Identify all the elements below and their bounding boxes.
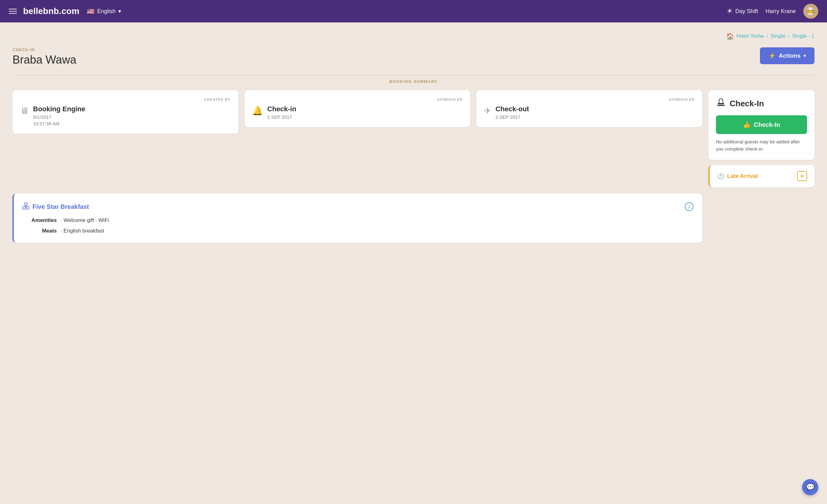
late-arrival-card: 🕐 Late Arrival + (709, 165, 815, 187)
menu-icon[interactable] (9, 9, 17, 14)
checkin-action-button[interactable]: 👍 Check-In (716, 115, 807, 134)
checkin-label: CHECK-IN (12, 47, 77, 52)
actions-label: Actions (779, 52, 800, 59)
breadcrumb-room-type[interactable]: Single (771, 33, 785, 39)
checkout-card: SCHEDULED ✈ Check-out 2 SEP 2017 (476, 90, 702, 127)
created-by-time: 10:37:39 AM (33, 121, 85, 126)
checkout-info: Check-out 2 SEP 2017 (495, 105, 529, 120)
amenities-grid: Amenities · Welcome gift · WiFi Meals · … (22, 217, 693, 234)
checkin-date: 1 SEP 2017 (267, 114, 296, 120)
checkin-scheduled-label: SCHEDULED (252, 98, 463, 101)
svg-rect-2 (25, 203, 27, 206)
svg-rect-0 (718, 103, 724, 104)
home-icon: 🏠 (726, 33, 734, 40)
main-content: 🏠 Hotel Yorba › Single › Single - 1 CHEC… (0, 22, 827, 253)
checkin-sidebar-card: Check-In 👍 Check-In No additional guests… (709, 90, 815, 160)
breadcrumb-sep2: › (788, 33, 790, 39)
airplane-icon: ✈ (484, 106, 491, 116)
sun-icon: ☀ (727, 7, 733, 15)
package-icon (22, 203, 29, 211)
meals-values: · English breakfast (60, 228, 104, 234)
booking-engine-title: Booking Engine (33, 105, 85, 113)
user-name: Harry Krane (766, 8, 796, 15)
thumbsup-icon: 👍 (743, 121, 750, 128)
content-grid: CREATED BY 🖥 Booking Engine 9/1/2017 10:… (12, 90, 815, 243)
checkout-date: 2 SEP 2017 (495, 114, 529, 120)
checkout-inner: ✈ Check-out 2 SEP 2017 (484, 105, 695, 120)
checkin-btn-label: Check-In (754, 121, 780, 128)
chevron-down-icon: ▾ (118, 8, 121, 15)
checkout-title: Check-out (495, 105, 529, 113)
shift-selector[interactable]: ☀ Day Shift (727, 7, 758, 15)
breadcrumb-room[interactable]: Single - 1 (792, 33, 815, 39)
breadcrumb-hotel[interactable]: Hotel Yorba (736, 33, 764, 39)
amenities-title: Five Star Breakfast (22, 203, 89, 211)
clock-icon: 🕐 (717, 173, 724, 179)
header: bellebnb.com 🇺🇸 English ▾ ☀ Day Shift Ha… (0, 0, 827, 22)
meals-row: Meals · English breakfast (22, 228, 693, 234)
page-header: CHECK-IN Braba Wawa ⚡ Actions ▾ (12, 47, 815, 66)
amenities-key: Amenities (22, 217, 57, 223)
header-right: ☀ Day Shift Harry Krane 👨‍🍳 (727, 4, 818, 19)
flag-icon: 🇺🇸 (87, 7, 95, 15)
guest-name: Braba Wawa (12, 53, 77, 66)
breadcrumb: 🏠 Hotel Yorba › Single › Single - 1 (12, 33, 815, 40)
created-by-info: Booking Engine 9/1/2017 10:37:39 AM (33, 105, 85, 126)
amenities-section: Five Star Breakfast i Amenities · Welcom… (12, 193, 702, 243)
language-selector[interactable]: 🇺🇸 English ▾ (87, 7, 121, 15)
svg-rect-4 (27, 207, 29, 209)
chat-button[interactable]: 💬 (802, 479, 818, 495)
bell-icon: 🔔 (252, 106, 263, 116)
created-by-date: 9/1/2017 (33, 114, 85, 120)
checkin-sidebar-title: Check-In (730, 99, 764, 108)
package-name[interactable]: Five Star Breakfast (33, 203, 89, 210)
guest-info: CHECK-IN Braba Wawa (12, 47, 77, 66)
meals-key: Meals (22, 228, 57, 234)
sidebar: Check-In 👍 Check-In No additional guests… (709, 90, 815, 187)
language-label: English (97, 8, 115, 15)
actions-button[interactable]: ⚡ Actions ▾ (760, 47, 815, 64)
created-by-card: CREATED BY 🖥 Booking Engine 9/1/2017 10:… (12, 90, 238, 134)
breadcrumb-sep1: › (767, 33, 768, 39)
checkin-sidebar-header: Check-In (716, 98, 807, 110)
amenities-row: Amenities · Welcome gift · WiFi (22, 217, 693, 223)
checkin-info: Check-in 1 SEP 2017 (267, 105, 296, 120)
created-by-label: CREATED BY (20, 98, 231, 101)
amenities-card: Five Star Breakfast i Amenities · Welcom… (12, 193, 702, 243)
amenities-header: Five Star Breakfast i (22, 202, 693, 211)
checkin-note: No additional guests may be added after … (716, 138, 807, 153)
dropdown-arrow-icon: ▾ (804, 53, 806, 58)
shift-label: Day Shift (735, 8, 758, 15)
info-icon[interactable]: i (685, 202, 693, 211)
svg-rect-1 (717, 105, 725, 106)
booking-summary-label: BOOKING SUMMARY (12, 75, 815, 84)
late-arrival-text: Late Arrival (727, 173, 758, 179)
checkout-scheduled-label: SCHEDULED (484, 98, 695, 101)
amenities-values: · Welcome gift · WiFi (60, 217, 109, 223)
booking-engine-icon: 🖥 (20, 106, 29, 116)
checkin-inner: 🔔 Check-in 1 SEP 2017 (252, 105, 463, 120)
avatar[interactable]: 👨‍🍳 (803, 4, 818, 19)
checkin-card: SCHEDULED 🔔 Check-in 1 SEP 2017 (245, 90, 471, 127)
bolt-icon: ⚡ (769, 52, 776, 59)
late-arrival-add-button[interactable]: + (797, 171, 807, 181)
late-arrival-label: 🕐 Late Arrival (717, 173, 758, 179)
svg-rect-3 (23, 207, 25, 209)
checkin-title: Check-in (267, 105, 296, 113)
created-by-inner: 🖥 Booking Engine 9/1/2017 10:37:39 AM (20, 105, 231, 126)
logo[interactable]: bellebnb.com (23, 6, 79, 16)
checkin-stamp-icon (716, 98, 726, 110)
